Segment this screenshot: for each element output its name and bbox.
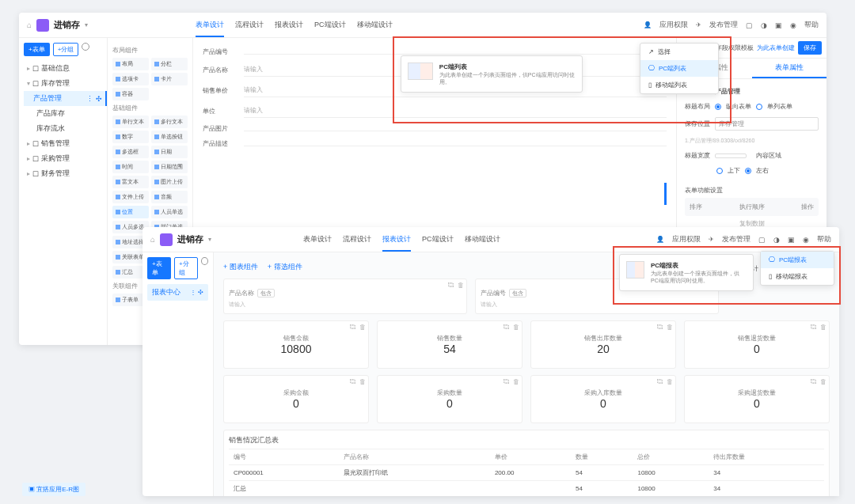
link-create-for-form[interactable]: 为此表单创建 [757,44,795,52]
tab-flow-design[interactable]: 流程设计 [343,234,371,244]
tree-item[interactable]: 产品库存 [24,106,102,121]
component-item[interactable]: 图片上传 [151,176,188,188]
card-tool-icon[interactable]: ⿻ [657,324,663,331]
card-tool-icon[interactable]: 🗑 [667,324,673,331]
component-item[interactable]: 日期范围 [151,161,188,173]
sidebar-item-report-center[interactable]: 报表中心⋮ ✣ [147,284,208,301]
card-tool-icon[interactable]: ⿻ [350,378,356,385]
tree-item[interactable]: ▾☐ 库存管理 [24,76,102,91]
field-input[interactable] [244,126,667,131]
home-icon[interactable]: ⌂ [150,235,155,244]
topbar-icon-3[interactable]: ▣ [775,21,782,29]
card-tool-icon[interactable]: ⿻ [504,378,510,385]
card-tool-icon[interactable]: 🗑 [820,378,826,385]
nav-permissions[interactable]: 应用权限 [659,20,688,30]
component-item[interactable]: 音频 [151,191,188,203]
card-tool-icon[interactable]: ⿻ [811,324,817,331]
tree-item[interactable]: ▸☐ 财务管理 [24,166,102,181]
topbar-icon-3[interactable]: ▣ [788,236,795,244]
tab-form-design[interactable]: 表单设计 [196,20,224,30]
component-item[interactable]: 日期 [151,146,188,158]
chevron-down-icon[interactable]: ▾ [208,236,211,243]
radio-single[interactable] [756,104,762,110]
component-item[interactable]: 富文本 [112,176,149,188]
filter-input[interactable]: 请输入 [229,301,462,309]
nav-permissions[interactable]: 应用权限 [672,234,701,244]
tab-report-design[interactable]: 报表设计 [275,20,303,30]
topbar-icon-1[interactable]: ▢ [746,21,753,29]
component-item[interactable]: 选项卡 [112,73,149,85]
add-chart-button[interactable]: + 图表组件 [223,262,258,275]
radio-ud[interactable] [716,168,723,174]
add-group-button[interactable]: +分组 [53,43,79,56]
component-item[interactable]: 多行文本 [151,116,188,128]
component-item[interactable]: 单行文本 [112,116,149,128]
add-filter-button[interactable]: + 筛选组件 [268,262,302,275]
tab-report-design[interactable]: 报表设计 [382,234,411,244]
card-tool-icon[interactable]: 🗑 [667,378,673,385]
tab-pc-design[interactable]: PC端设计 [422,234,454,244]
component-item[interactable]: 单选按钮 [151,131,188,143]
width-input[interactable] [715,153,747,158]
component-item[interactable]: 多选框 [112,146,149,158]
tab-form-design[interactable]: 表单设计 [303,234,332,244]
card-tool-icon[interactable]: ⿻ [350,324,356,331]
dd-item-pc[interactable]: 🖵PC端报表 [761,252,834,268]
dd-item-pc[interactable]: 🖵PC端列表 [640,60,718,77]
filter-op[interactable]: 包含 [509,289,526,297]
dd-item[interactable]: ↗选择 [640,44,718,60]
home-icon[interactable]: ⌂ [27,21,32,29]
dd-item-mobile[interactable]: ▯移动端报表 [761,268,834,285]
filter-op[interactable]: 包含 [257,289,275,297]
tree-item[interactable]: 库存流水 [24,121,102,136]
card-tool-icon[interactable]: ⿻ [811,378,817,385]
topbar-icon-2[interactable]: ◑ [761,21,767,29]
card-tool-icon[interactable]: ⿻ [657,378,663,385]
nav-publish[interactable]: 发布管理 [722,234,750,244]
tab-mobile-design[interactable]: 移动端设计 [465,234,500,244]
tab-flow-design[interactable]: 流程设计 [235,20,264,30]
chevron-down-icon[interactable]: ▾ [85,21,88,28]
tree-item-active[interactable]: 产品管理 ⋮ ✣ [24,91,107,106]
nav-publish[interactable]: 发布管理 [709,20,738,30]
tab-mobile-design[interactable]: 移动端设计 [357,20,393,30]
card-tool-icon[interactable]: 🗑 [458,282,464,289]
props-tab-form[interactable]: 表单属性 [752,59,827,78]
component-item[interactable]: 文件上传 [112,191,149,203]
topbar-icon-2[interactable]: ◑ [773,236,780,244]
card-tool-icon[interactable]: ⿻ [504,324,510,331]
search-icon[interactable] [82,43,89,51]
add-report-button[interactable]: +表单 [147,257,171,279]
component-item[interactable]: 分栏 [151,58,188,70]
component-item[interactable]: 时间 [112,161,149,173]
card-tool-icon[interactable]: 🗑 [513,378,519,385]
field-input[interactable] [244,141,667,146]
component-item[interactable]: 布局 [112,58,149,70]
tab-pc-design[interactable]: PC端设计 [314,20,346,30]
help-link[interactable]: 帮助 [817,234,831,244]
topbar-icon-1[interactable]: ▢ [758,236,766,244]
tree-item[interactable]: ▸☐ 销售管理 [24,136,102,151]
er-diagram-tag[interactable]: ▣ 宜搭应用E-R图 [22,483,86,496]
dd-item-mobile[interactable]: ▯移动端列表 [640,77,718,93]
radio-lr[interactable] [745,168,751,174]
card-tool-icon[interactable]: 🗑 [820,324,826,331]
help-link[interactable]: 帮助 [804,20,819,30]
component-item[interactable]: 人员单选 [151,206,188,218]
component-item[interactable]: 卡片 [151,73,188,85]
topbar-icon-4[interactable]: ◉ [790,21,796,29]
card-tool-icon[interactable]: 🗑 [359,378,366,385]
card-tool-icon[interactable]: ⿻ [448,282,454,289]
add-group-button[interactable]: +分组 [174,257,198,279]
component-item[interactable]: 数字 [112,131,149,143]
component-item[interactable]: 位置 [112,206,149,218]
save-button[interactable]: 保存 [798,41,822,55]
topbar-icon-4[interactable]: ◉ [803,236,809,244]
component-item[interactable]: 容器 [112,88,149,100]
search-icon[interactable] [201,257,208,265]
tree-item[interactable]: ▸☐ 采购管理 [24,151,102,166]
card-tool-icon[interactable]: 🗑 [359,324,366,331]
card-tool-icon[interactable]: 🗑 [513,324,519,331]
add-form-button[interactable]: +表单 [24,43,50,56]
tree-item[interactable]: ▸☐ 基础信息 [24,61,102,76]
